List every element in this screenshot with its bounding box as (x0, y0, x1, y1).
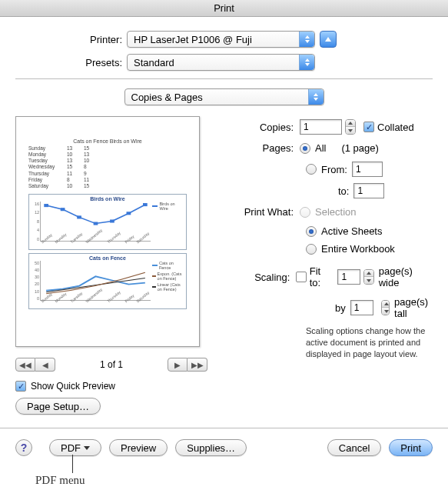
printwhat-active-label: Active Sheets (321, 225, 383, 237)
fit-tall-input[interactable] (350, 300, 373, 315)
preview-table: Sunday1315 Monday1013 Tuesday1310 Wednes… (28, 145, 187, 189)
pages-from-radio[interactable] (306, 164, 317, 175)
fit-tall-label: page(s) tall (394, 296, 433, 319)
help-button[interactable]: ? (15, 439, 32, 456)
printwhat-active-radio[interactable] (306, 226, 317, 237)
pages-all-radio[interactable] (300, 143, 310, 154)
svg-rect-4 (110, 219, 114, 222)
scaling-hint: Scaling options change how the active do… (306, 325, 433, 360)
preview-chart-2: Cats on Fence 50 40 30 20 10 0 (28, 253, 187, 309)
scaling-label: Scaling: (231, 272, 296, 283)
fitto-checkbox[interactable] (296, 272, 306, 282)
window-title: Print (0, 0, 448, 17)
presets-value: Standard (134, 57, 174, 68)
printer-label: Printer: (15, 34, 127, 45)
presets-label: Presets: (15, 57, 127, 68)
printwhat-selection-radio[interactable] (300, 207, 310, 218)
preview-header: Cats on Fence Birds on Wire (28, 138, 187, 144)
svg-rect-0 (44, 204, 48, 207)
copies-input[interactable] (300, 119, 342, 135)
copies-label: Copies: (231, 122, 300, 133)
quick-preview-checkbox[interactable] (15, 381, 26, 392)
svg-rect-5 (127, 212, 131, 215)
copies-stepper[interactable] (345, 119, 356, 135)
printwhat-label: Print What: (231, 206, 300, 218)
fit-tall-stepper[interactable] (381, 300, 390, 315)
print-button[interactable]: Print (389, 439, 433, 456)
supplies-button[interactable]: Supplies… (175, 439, 247, 456)
section-value: Copies & Pages (131, 92, 203, 103)
prev-page-button[interactable]: ◀ (35, 358, 55, 372)
pager-label: 1 of 1 (100, 359, 123, 370)
pdf-menu-button[interactable]: PDF (49, 439, 101, 456)
preview-chart-1: Birds on Wire 16 12 8 4 0 (28, 194, 187, 250)
pages-label: Pages: (231, 142, 300, 154)
annotation-label: PDF menu (35, 474, 85, 487)
page-setup-button[interactable]: Page Setup… (15, 398, 101, 415)
svg-rect-6 (143, 203, 148, 206)
pages-all-label: All (315, 142, 326, 154)
from-label: From: (321, 164, 347, 175)
from-input[interactable] (352, 162, 383, 177)
chevrons-icon (299, 55, 314, 70)
chevrons-icon (299, 32, 314, 47)
svg-rect-1 (61, 208, 65, 211)
to-input[interactable] (353, 183, 384, 198)
pages-count-label: (1 page) (341, 142, 378, 154)
last-page-button[interactable]: ▶▶ (187, 358, 207, 372)
section-select[interactable]: Copies & Pages (124, 88, 324, 105)
fit-wide-stepper[interactable] (363, 269, 373, 285)
to-label: to: (338, 185, 349, 197)
chevrons-icon (308, 89, 324, 105)
preview-button[interactable]: Preview (109, 439, 168, 456)
first-page-button[interactable]: ◀◀ (15, 358, 35, 372)
fit-wide-input[interactable] (337, 269, 360, 285)
fit-wide-label: page(s) wide (379, 265, 433, 288)
printer-select[interactable]: HP LaserJet P1006 @ Fuji (127, 31, 315, 48)
printwhat-workbook-radio[interactable] (306, 244, 317, 255)
divider (15, 78, 433, 79)
collated-checkbox[interactable] (363, 122, 374, 132)
svg-rect-3 (94, 222, 98, 225)
by-label: by (335, 302, 346, 314)
svg-rect-2 (77, 215, 81, 218)
printwhat-workbook-label: Entire Workbook (321, 243, 395, 255)
cancel-button[interactable]: Cancel (327, 439, 381, 456)
next-page-button[interactable]: ▶ (168, 358, 187, 372)
annotation-line (72, 455, 73, 473)
print-preview: Cats on Fence Birds on Wire Sunday1315 M… (15, 116, 200, 347)
presets-select[interactable]: Standard (127, 54, 315, 71)
expand-button[interactable] (320, 31, 337, 48)
fitto-label: Fit to: (310, 265, 334, 288)
printer-value: HP LaserJet P1006 @ Fuji (134, 34, 252, 45)
quick-preview-label: Show Quick Preview (31, 381, 115, 392)
chevron-down-icon (84, 446, 90, 450)
printwhat-selection-label: Selection (315, 206, 356, 218)
collated-label: Collated (377, 122, 414, 133)
